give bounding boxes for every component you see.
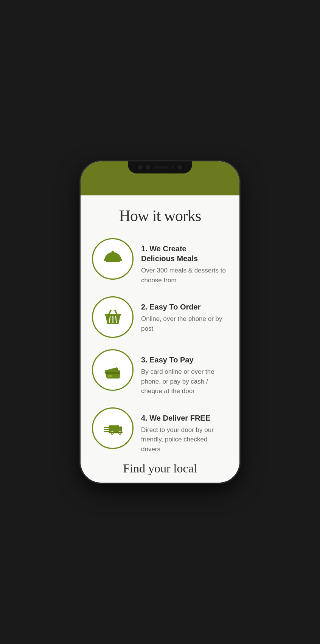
step-2-desc: Online, over the phone or by post bbox=[141, 314, 228, 333]
step-4-icon-circle bbox=[92, 407, 134, 449]
svg-rect-11 bbox=[108, 375, 112, 377]
notch-sensor bbox=[153, 166, 168, 169]
phone-notch bbox=[128, 161, 192, 173]
notch-camera-2 bbox=[146, 165, 150, 170]
step-4-desc: Direct to your door by our friendly, pol… bbox=[141, 425, 228, 454]
step-2-icon-circle bbox=[92, 296, 134, 338]
step-1-text: 1. We Create Delicious Meals Over 300 me… bbox=[141, 238, 228, 285]
step-1-title: 1. We Create Delicious Meals bbox=[141, 244, 228, 263]
step-3-icon-circle bbox=[92, 349, 134, 391]
svg-rect-6 bbox=[104, 314, 121, 316]
step-1-desc: Over 300 meals & desserts to choose from bbox=[141, 266, 228, 285]
card-icon bbox=[103, 360, 123, 381]
steps-list: 1. We Create Delicious Meals Over 300 me… bbox=[92, 238, 228, 454]
main-content: How it works bbox=[81, 195, 239, 483]
svg-rect-15 bbox=[109, 425, 119, 433]
basket-icon bbox=[103, 307, 123, 328]
step-1-icon-circle bbox=[92, 238, 134, 280]
svg-rect-2 bbox=[106, 261, 120, 262]
svg-rect-1 bbox=[104, 259, 122, 261]
step-4-title: 4. We Deliver FREE bbox=[141, 413, 228, 423]
phone-screen: How it works bbox=[81, 161, 239, 483]
notch-dot bbox=[171, 166, 174, 169]
step-2-title: 2. Easy To Order bbox=[141, 302, 228, 312]
step-2-text: 2. Easy To Order Online, over the phone … bbox=[141, 296, 228, 333]
step-3-text: 3. Easy To Pay By card online or over th… bbox=[141, 349, 228, 396]
list-item: 4. We Deliver FREE Direct to your door b… bbox=[92, 407, 228, 454]
svg-rect-20 bbox=[109, 432, 123, 433]
notch-camera bbox=[138, 165, 143, 170]
list-item: 2. Easy To Order Online, over the phone … bbox=[92, 296, 228, 338]
step-4-text: 4. We Deliver FREE Direct to your door b… bbox=[141, 407, 228, 454]
phone-device: How it works bbox=[81, 161, 239, 483]
list-item: 1. We Create Delicious Meals Over 300 me… bbox=[92, 238, 228, 285]
svg-rect-9 bbox=[107, 370, 120, 378]
svg-point-0 bbox=[111, 251, 114, 253]
step-3-title: 3. Easy To Pay bbox=[141, 355, 228, 365]
page-title: How it works bbox=[92, 207, 228, 225]
bottom-teaser: Find your local bbox=[92, 461, 228, 475]
truck-icon bbox=[103, 418, 123, 438]
phone-top-bar bbox=[81, 161, 239, 195]
list-item: 3. Easy To Pay By card online or over th… bbox=[92, 349, 228, 396]
dish-icon bbox=[103, 249, 123, 269]
notch-camera-3 bbox=[177, 165, 182, 170]
step-3-desc: By card online or over the phone, or pay… bbox=[141, 367, 228, 396]
svg-rect-10 bbox=[107, 372, 120, 374]
